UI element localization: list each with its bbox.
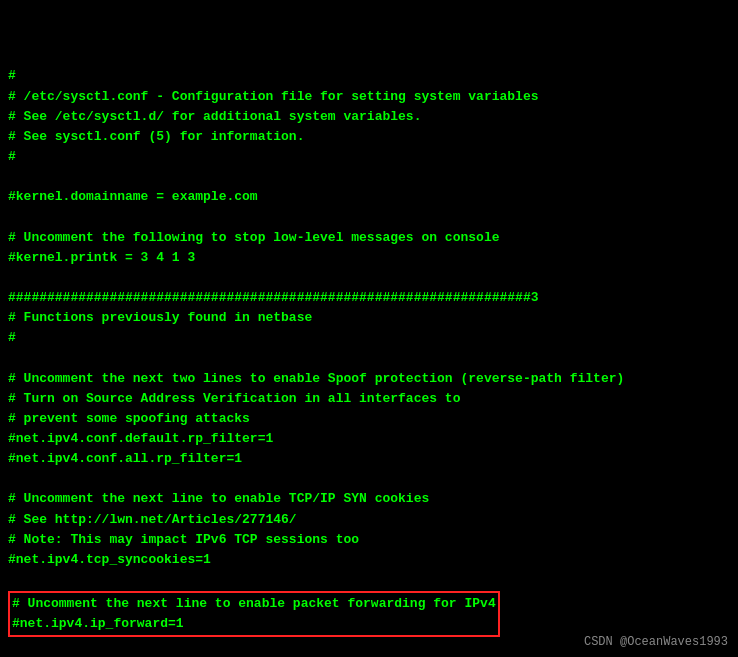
code-line: # Uncomment the next two lines to enable… (8, 369, 730, 389)
code-line: # /etc/sysctl.conf - Configuration file … (8, 87, 730, 107)
code-line-empty (8, 268, 730, 288)
code-line: #net.ipv4.tcp_syncookies=1 (8, 550, 730, 570)
code-line: # Uncomment the next line to enable TCP/… (8, 489, 730, 509)
code-line-empty (8, 570, 730, 590)
code-line: # (8, 66, 730, 86)
code-line: # Turn on Source Address Verification in… (8, 389, 730, 409)
code-line: #net.ipv4.conf.all.rp_filter=1 (8, 449, 730, 469)
watermark: CSDN @OceanWaves1993 (584, 635, 728, 649)
code-line-empty (8, 348, 730, 368)
highlighted-section: # Uncomment the next line to enable pack… (8, 591, 500, 637)
code-line: # Uncomment the following to stop low-le… (8, 228, 730, 248)
code-line-empty (8, 469, 730, 489)
code-content: ## /etc/sysctl.conf - Configuration file… (8, 6, 730, 657)
code-line: # Note: This may impact IPv6 TCP session… (8, 530, 730, 550)
code-line: # See http://lwn.net/Articles/277146/ (8, 510, 730, 530)
code-line: # prevent some spoofing attacks (8, 409, 730, 429)
code-line: ########################################… (8, 288, 730, 308)
code-line-empty (8, 207, 730, 227)
code-line: #net.ipv4.conf.default.rp_filter=1 (8, 429, 730, 449)
code-line: # See /etc/sysctl.d/ for additional syst… (8, 107, 730, 127)
code-line: # (8, 328, 730, 348)
terminal-window: ## /etc/sysctl.conf - Configuration file… (0, 0, 738, 657)
code-line: # Functions previously found in netbase (8, 308, 730, 328)
code-line: #kernel.domainname = example.com (8, 187, 730, 207)
code-line: #net.ipv4.ip_forward=1 (12, 614, 496, 634)
code-line: # See sysctl.conf (5) for information. (8, 127, 730, 147)
code-line: #kernel.printk = 3 4 1 3 (8, 248, 730, 268)
code-line-empty (8, 167, 730, 187)
code-line: # (8, 147, 730, 167)
code-line: # Uncomment the next line to enable pack… (12, 594, 496, 614)
